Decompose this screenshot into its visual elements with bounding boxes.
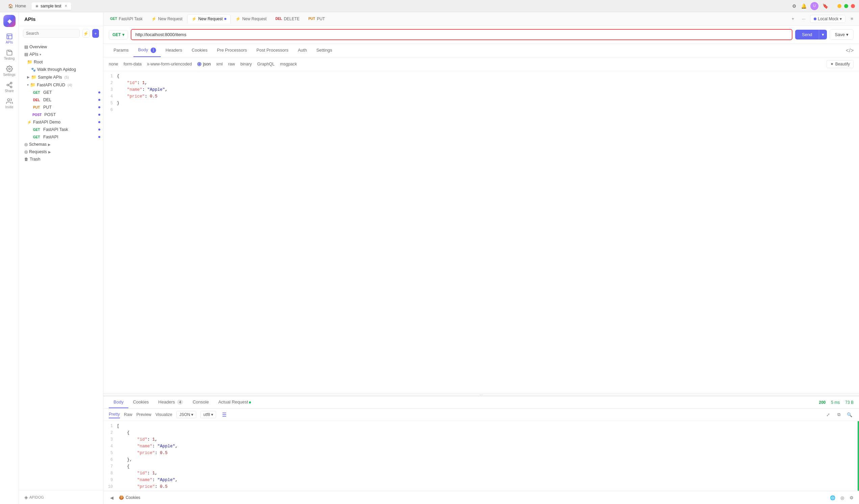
add-tab-button[interactable]: + [788, 15, 797, 23]
tree-item-delete[interactable]: DEL DEL [19, 96, 103, 104]
tree-item-walkthrough[interactable]: 🐾 Walk through Apidog [19, 66, 103, 73]
tab-nav-pre-processors[interactable]: Pre Processors [212, 44, 252, 57]
settings-icon[interactable]: ⚙ [792, 3, 797, 9]
get-label: GET [43, 90, 52, 95]
copy-icon[interactable]: ⧉ [835, 411, 843, 419]
filter-button[interactable]: ⚡ [82, 29, 90, 38]
send-btn-group: Send ▾ [795, 30, 827, 40]
body-type-form-data[interactable]: form-data [124, 62, 142, 66]
more-tabs-button[interactable]: ··· [799, 15, 808, 23]
beautify-button[interactable]: ✦ Beautify [827, 60, 854, 68]
collapse-sidebar-button[interactable]: ◀ [107, 493, 116, 502]
tab-nav-params[interactable]: Params [109, 44, 133, 57]
bell-icon[interactable]: 🔔 [801, 3, 806, 9]
tab-nav-cookies[interactable]: Cookies [187, 44, 212, 57]
search-response-icon[interactable]: 🔍 [845, 411, 854, 419]
response-panel: Body Cookies Headers 4 Console Actual Re… [103, 396, 859, 504]
body-type-json[interactable]: json [197, 62, 211, 66]
tree-item-fastapi-crud[interactable]: ▾ 📁 FastAPI CRUD (4) [19, 81, 103, 89]
tab-nav-auth[interactable]: Auth [293, 44, 312, 57]
fastapi-demo-label: FastAPI Demo [33, 120, 60, 125]
tree-item-requests[interactable]: ◎ Requests ▶ [19, 148, 103, 156]
req-tab-new-request-2[interactable]: ⚡ New Request [231, 15, 271, 23]
req-tab-put[interactable]: PUT PUT [304, 15, 329, 23]
req-tab-fastapi-task[interactable]: GET FastAPI Task [106, 15, 147, 23]
resize-handle[interactable]: ··· [103, 393, 859, 396]
response-body[interactable]: 1 [ 2 { 3 "id": 1, 4 "name": "Apple", [103, 421, 859, 491]
sidebar-item-apis[interactable]: APIs [2, 31, 17, 46]
tree-item-post[interactable]: POST POST [19, 111, 103, 119]
request-body-editor[interactable]: 1 { 2 "id": 1, 3 "name": "Apple", 4 "pri… [103, 71, 859, 393]
body-type-urlencoded[interactable]: x-www-form-urlencoded [147, 62, 192, 66]
code-view-icon[interactable]: </> [846, 48, 854, 54]
tree-item-sample-apis[interactable]: ▶ 📁 Sample APIs (5) [19, 73, 103, 81]
response-tabs-bar: Body Cookies Headers 4 Console Actual Re… [103, 396, 859, 409]
sidebar-item-apis[interactable]: ▤ APIs ▾ [19, 51, 103, 58]
body-type-raw[interactable]: raw [228, 62, 235, 66]
list-filter-icon[interactable] [220, 411, 227, 418]
tab-nav-headers[interactable]: Headers [161, 44, 187, 57]
fastapi-crud-chevron-icon: ▾ [27, 83, 29, 87]
maximize-button[interactable]: □ [844, 4, 848, 8]
config-icon[interactable]: ⚙ [848, 494, 855, 501]
body-type-binary[interactable]: binary [241, 62, 252, 66]
method-selector[interactable]: GET ▾ [109, 30, 128, 40]
editor-area: 1 { 2 "id": 1, 3 "name": "Apple", 4 "pri… [103, 71, 859, 393]
tree-item-fastapi-task[interactable]: GET FastAPI Task [19, 126, 103, 133]
format-type-selector[interactable]: JSON ▾ [176, 411, 196, 418]
sidebar-item-share[interactable]: Share [2, 80, 17, 94]
tree-item-root[interactable]: 📁 Root [19, 58, 103, 66]
body-type-msgpack[interactable]: msgpack [280, 62, 297, 66]
expand-icon[interactable]: ⤢ [824, 411, 832, 419]
save-button[interactable]: Save ▾ [830, 29, 854, 40]
sidebar-item-invite[interactable]: Invite [2, 96, 17, 111]
format-tab-raw[interactable]: Raw [124, 411, 132, 418]
sidebar-item-testing[interactable]: Testing [2, 47, 17, 62]
env-selector[interactable]: Local Mock ▾ [810, 15, 845, 23]
window-controls: — □ ✕ [838, 4, 855, 8]
format-tab-preview[interactable]: Preview [136, 411, 151, 418]
add-button[interactable]: + [92, 29, 99, 38]
response-tab-headers[interactable]: Headers 4 [154, 396, 188, 408]
tab-sample-test[interactable]: ◉ sample test ✕ [31, 2, 71, 10]
tree-item-fastapi[interactable]: GET FastAPI [19, 133, 103, 141]
body-type-none[interactable]: none [109, 62, 118, 66]
send-button[interactable]: Send [795, 30, 819, 40]
tab-nav-settings[interactable]: Settings [312, 44, 337, 57]
sidebar-item-overview[interactable]: ▤ Overview [19, 43, 103, 51]
close-icon[interactable]: ✕ [64, 4, 67, 8]
tree-item-get[interactable]: GET GET [19, 89, 103, 96]
encoding-selector[interactable]: utf8 ▾ [200, 411, 216, 418]
response-tab-body[interactable]: Body [109, 396, 129, 408]
close-button[interactable]: ✕ [851, 4, 855, 8]
target-icon[interactable]: ◎ [839, 494, 845, 501]
response-tab-cookies[interactable]: Cookies [129, 396, 154, 408]
tree-item-fastapi-demo[interactable]: ⚡ FastAPI Demo [19, 119, 103, 126]
body-type-xml[interactable]: xml [216, 62, 223, 66]
req-tab-delete[interactable]: DEL DELETE [271, 15, 304, 23]
globe-icon[interactable]: 🌐 [829, 494, 836, 501]
cookies-button[interactable]: 🍪 Cookies [116, 494, 143, 501]
req-tab-delete-label: DELETE [284, 17, 300, 21]
sidebar-toggle-button[interactable]: ≡ [847, 15, 856, 23]
tree-item-put[interactable]: PUT PUT [19, 104, 103, 111]
send-dropdown-button[interactable]: ▾ [819, 30, 827, 40]
req-tab-new-request-1[interactable]: ⚡ New Request [147, 15, 186, 23]
url-input[interactable] [131, 29, 793, 40]
tab-home[interactable]: 🏠 Home [4, 2, 30, 10]
minimize-button[interactable]: — [838, 4, 841, 8]
format-tab-pretty[interactable]: Pretty [109, 411, 120, 418]
body-type-graphql[interactable]: GraphQL [257, 62, 275, 66]
tree-item-trash[interactable]: 🗑 Trash [19, 156, 103, 163]
tab-nav-body[interactable]: Body 1 [133, 44, 161, 57]
bookmark-icon[interactable]: 🔖 [823, 3, 828, 9]
response-tab-actual-request[interactable]: Actual Request [213, 396, 256, 408]
search-input[interactable] [23, 29, 80, 38]
tree-item-schemas[interactable]: ◎ Schemas ▶ [19, 141, 103, 148]
sidebar-item-settings[interactable]: Settings [2, 63, 17, 78]
req-tab-new-request-active[interactable]: ⚡ New Request [187, 14, 231, 23]
tab-nav-post-processors[interactable]: Post Processors [252, 44, 293, 57]
format-tab-visualize[interactable]: Visualize [155, 411, 172, 418]
response-tab-console[interactable]: Console [188, 396, 213, 408]
avatar[interactable]: U [810, 2, 818, 10]
